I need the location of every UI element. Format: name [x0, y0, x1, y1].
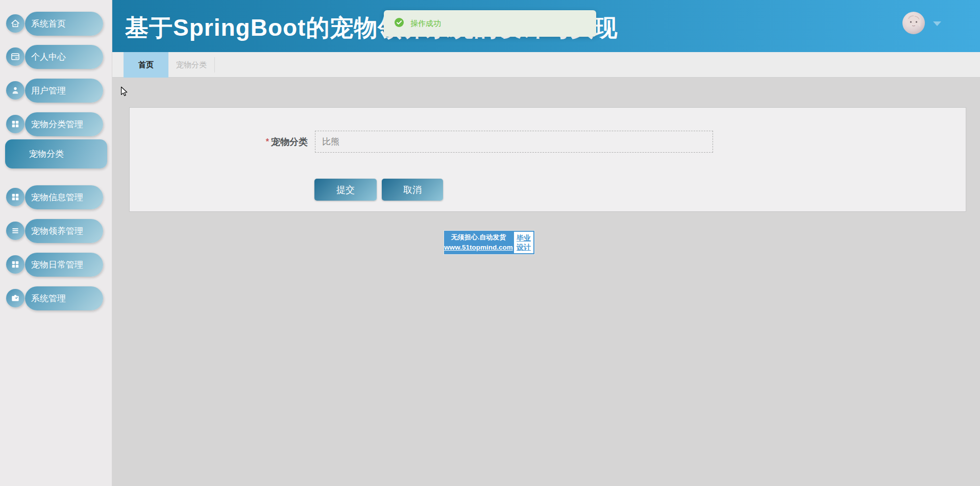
sidebar-item: 系统首页 — [0, 12, 112, 36]
sidebar-menu-button[interactable]: 用户管理 — [25, 79, 103, 103]
toast-message: 操作成功 — [410, 19, 441, 29]
watermark-ad: 无须担心.自动发货 www.51topmind.com 毕业 设计 — [444, 231, 534, 254]
submit-button[interactable]: 提交 — [314, 179, 377, 201]
sidebar-item: 个人中心 — [0, 45, 112, 69]
sidebar-item: 宠物信息管理 — [0, 185, 112, 209]
sidebar-item-label: 系统首页 — [31, 18, 66, 30]
tab-pet-category-label: 宠物分类 — [176, 60, 207, 70]
sidebar-menu-button[interactable]: 系统管理 — [25, 286, 103, 310]
watermark-line1: 无须担心.自动发货 — [451, 233, 506, 242]
tab-bar: 首页 宠物分类 — [112, 52, 980, 78]
sidebar-menu-button[interactable]: 个人中心 — [25, 45, 103, 69]
briefcase-icon[interactable] — [6, 289, 24, 307]
watermark-badge-line1: 毕业 — [517, 233, 531, 242]
tab-home-label: 首页 — [138, 60, 154, 70]
sidebar-item: 宠物日常管理 — [0, 253, 112, 277]
sidebar-item-label: 宠物信息管理 — [31, 191, 83, 203]
sidebar-menu-button[interactable]: 系统首页 — [25, 12, 103, 36]
sidebar-item: 宠物分类管理 — [0, 112, 112, 136]
form-panel: * 宠物分类 提交 取消 — [129, 107, 966, 212]
toast-success: 操作成功 — [384, 10, 596, 37]
avatar-face-icon — [902, 12, 925, 34]
sidebar-menu-button[interactable]: 宠物日常管理 — [25, 253, 103, 277]
sidebar-item-label: 用户管理 — [31, 85, 66, 96]
field-label-text: 宠物分类 — [271, 136, 308, 148]
sidebar-item: 用户管理 — [0, 79, 112, 103]
grid-icon[interactable] — [6, 188, 24, 206]
tab-pet-category[interactable]: 宠物分类 — [168, 52, 214, 78]
avatar[interactable] — [902, 12, 925, 34]
home-icon[interactable] — [6, 14, 24, 33]
required-asterisk: * — [266, 137, 269, 147]
sidebar-item-label: 宠物日常管理 — [31, 259, 83, 271]
field-label: * 宠物分类 — [256, 131, 315, 153]
tab-divider — [214, 57, 215, 72]
sidebar-item-label: 系统管理 — [31, 293, 66, 304]
watermark-text-block: 无须担心.自动发货 www.51topmind.com — [444, 231, 513, 254]
sidebar-menu-button[interactable]: 宠物信息管理 — [25, 185, 103, 209]
sidebar: 系统首页个人中心用户管理宠物分类管理宠物分类宠物信息管理宠物领养管理宠物日常管理… — [0, 0, 112, 486]
main-content: * 宠物分类 提交 取消 无须担心.自动发货 www.51topmind.com… — [112, 78, 980, 486]
sidebar-item: 宠物领养管理 — [0, 219, 112, 243]
profile-card-icon[interactable] — [6, 47, 24, 66]
watermark-badge-line2: 设计 — [517, 242, 531, 252]
sidebar-item-label: 个人中心 — [31, 51, 66, 63]
user-icon[interactable] — [6, 81, 24, 100]
check-circle-icon — [394, 17, 404, 30]
list-icon[interactable] — [6, 222, 24, 240]
grid-icon[interactable] — [6, 115, 24, 133]
mouse-cursor-icon — [119, 86, 130, 99]
sidebar-menu-button[interactable]: 宠物领养管理 — [25, 219, 103, 243]
chevron-down-icon[interactable] — [933, 21, 941, 26]
sidebar-item-label: 宠物分类 — [29, 148, 64, 160]
sidebar-item: 系统管理 — [0, 286, 112, 310]
sidebar-submenu-button-active[interactable]: 宠物分类 — [5, 139, 107, 168]
sidebar-item-label: 宠物分类管理 — [31, 118, 83, 130]
tab-home[interactable]: 首页 — [124, 52, 168, 78]
sidebar-item-label: 宠物领养管理 — [31, 225, 83, 237]
watermark-badge: 毕业 设计 — [513, 231, 534, 254]
grid-icon[interactable] — [6, 255, 24, 274]
pet-category-input[interactable] — [315, 131, 713, 153]
cancel-button[interactable]: 取消 — [382, 179, 443, 201]
sidebar-item: 宠物分类 — [0, 139, 112, 168]
watermark-url: www.51topmind.com — [444, 242, 513, 253]
sidebar-menu-button[interactable]: 宠物分类管理 — [25, 112, 103, 136]
